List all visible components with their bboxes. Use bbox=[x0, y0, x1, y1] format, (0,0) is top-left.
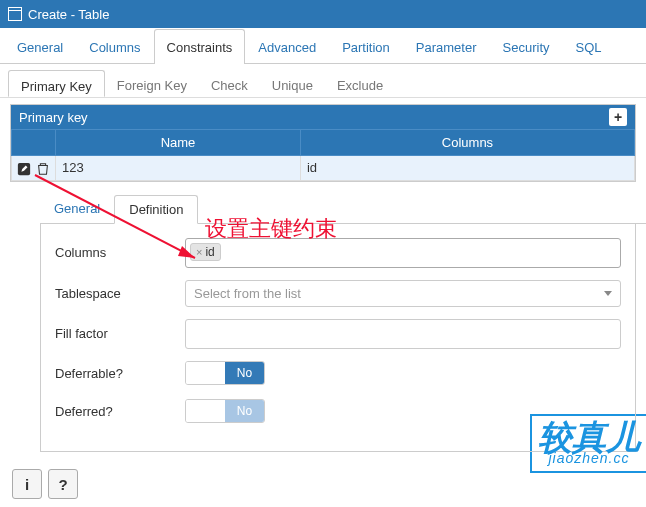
table-row[interactable]: 123 id bbox=[12, 156, 635, 181]
toggle-left bbox=[186, 362, 225, 384]
table-icon bbox=[8, 7, 22, 21]
help-button[interactable]: ? bbox=[48, 469, 78, 499]
watermark: 较真儿 jiaozhen.cc bbox=[538, 422, 640, 465]
toggle-value: No bbox=[225, 362, 264, 384]
fillfactor-input[interactable] bbox=[185, 319, 621, 349]
info-button[interactable]: i bbox=[12, 469, 42, 499]
tablespace-label: Tablespace bbox=[55, 286, 185, 301]
window-titlebar: Create - Table bbox=[0, 0, 646, 28]
window-title: Create - Table bbox=[28, 7, 109, 22]
tablespace-placeholder: Select from the list bbox=[194, 286, 301, 301]
tablespace-select[interactable]: Select from the list bbox=[185, 280, 621, 307]
columns-multiselect[interactable]: × id bbox=[185, 238, 621, 268]
col-name: Name bbox=[56, 130, 301, 156]
deferred-label: Deferred? bbox=[55, 404, 185, 419]
deferrable-label: Deferrable? bbox=[55, 366, 185, 381]
column-tag: × id bbox=[190, 243, 221, 261]
tag-remove-icon[interactable]: × bbox=[196, 246, 202, 258]
tab-sql[interactable]: SQL bbox=[563, 29, 615, 64]
tab-parameter[interactable]: Parameter bbox=[403, 29, 490, 64]
pk-inner-tabs: General Definition bbox=[40, 194, 646, 224]
tab-columns[interactable]: Columns bbox=[76, 29, 153, 64]
subtab-foreign-key[interactable]: Foreign Key bbox=[105, 70, 199, 97]
primary-key-title: Primary key bbox=[19, 110, 88, 125]
row-columns: id bbox=[300, 156, 634, 181]
inner-tab-definition[interactable]: Definition bbox=[114, 195, 198, 224]
constraint-sub-tabs: Primary Key Foreign Key Check Unique Exc… bbox=[0, 64, 646, 98]
subtab-exclude[interactable]: Exclude bbox=[325, 70, 395, 97]
add-constraint-button[interactable]: + bbox=[609, 108, 627, 126]
row-name[interactable]: 123 bbox=[56, 156, 301, 181]
toggle-left bbox=[186, 400, 225, 422]
deferred-toggle[interactable]: No bbox=[185, 399, 265, 423]
subtab-primary-key[interactable]: Primary Key bbox=[8, 70, 105, 97]
subtab-unique[interactable]: Unique bbox=[260, 70, 325, 97]
primary-key-header: Primary key + bbox=[11, 105, 635, 129]
columns-label: Columns bbox=[55, 245, 185, 260]
tab-general[interactable]: General bbox=[4, 29, 76, 64]
watermark-sub: jiaozhen.cc bbox=[538, 452, 640, 465]
trash-icon[interactable] bbox=[36, 162, 50, 176]
chevron-down-icon bbox=[604, 291, 612, 296]
col-actions bbox=[12, 130, 56, 156]
inner-tab-general[interactable]: General bbox=[40, 195, 114, 224]
edit-icon[interactable] bbox=[17, 162, 31, 176]
deferrable-toggle[interactable]: No bbox=[185, 361, 265, 385]
subtab-check[interactable]: Check bbox=[199, 70, 260, 97]
main-tab-bar: General Columns Constraints Advanced Par… bbox=[0, 28, 646, 64]
tab-advanced[interactable]: Advanced bbox=[245, 29, 329, 64]
col-columns: Columns bbox=[300, 130, 634, 156]
watermark-main: 较真儿 bbox=[538, 422, 640, 453]
fillfactor-label: Fill factor bbox=[55, 326, 185, 341]
primary-key-table: Name Columns 123 id bbox=[11, 129, 635, 181]
tab-constraints[interactable]: Constraints bbox=[154, 29, 246, 64]
footer-buttons: i ? bbox=[12, 469, 78, 499]
toggle-value: No bbox=[225, 400, 264, 422]
primary-key-section: Primary key + Name Columns 123 id bbox=[10, 104, 636, 182]
tag-label: id bbox=[205, 245, 214, 259]
tab-partition[interactable]: Partition bbox=[329, 29, 403, 64]
tab-security[interactable]: Security bbox=[490, 29, 563, 64]
